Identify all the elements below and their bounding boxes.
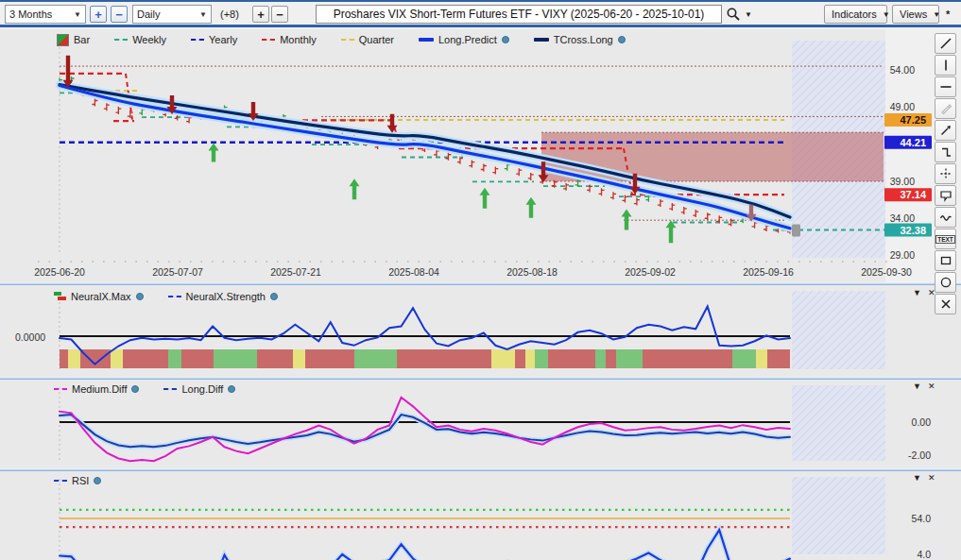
neuralx-band-segment — [257, 349, 293, 368]
bars-plus-button[interactable]: + — [252, 6, 269, 23]
views-menu-button[interactable]: Views ▼ — [892, 5, 939, 24]
interval-value: Daily — [137, 8, 160, 20]
info-dot-icon[interactable] — [270, 293, 278, 300]
diff-panel-controls: ▼ ✕ — [913, 382, 935, 391]
close-panel-button[interactable]: ✕ — [928, 473, 935, 483]
svg-text:54.0: 54.0 — [912, 513, 932, 524]
svg-text:-2.00: -2.00 — [908, 450, 931, 461]
legend-item-neuralx-max[interactable]: NeuralX.Max — [54, 291, 144, 302]
legend-item-quarter[interactable]: Quarter — [341, 34, 394, 45]
legend-label: Monthly — [280, 34, 317, 45]
legend-item-monthly[interactable]: Monthly — [262, 34, 317, 45]
svg-text:2025-07-07: 2025-07-07 — [152, 266, 203, 278]
info-dot-icon[interactable] — [131, 385, 139, 393]
modified-indicator: * — [946, 5, 950, 24]
crosshair-tool-button[interactable] — [935, 163, 956, 184]
bars-minus-button[interactable]: − — [271, 6, 288, 23]
svg-text:37.14: 37.14 — [900, 189, 926, 200]
ellipse-tool-button[interactable] — [935, 272, 956, 293]
info-dot-icon[interactable] — [94, 477, 101, 484]
pen-tool-icon — [938, 123, 953, 138]
wave-tool-button[interactable] — [935, 207, 956, 228]
svg-text:0.00: 0.00 — [912, 416, 932, 428]
dashed-series-icon — [163, 388, 177, 390]
chevron-down-icon: ▼ — [199, 10, 207, 19]
neuralx-band-segment — [606, 349, 616, 368]
collapse-panel-button[interactable]: ▼ — [913, 382, 921, 391]
callout-tool-button[interactable] — [935, 185, 956, 206]
drawing-tool-column: TEXT — [935, 33, 960, 314]
info-dot-icon[interactable] — [228, 385, 235, 393]
text-tool-icon: TEXT — [935, 235, 955, 244]
neuralx-legend: NeuralX.MaxNeuralX.Strength — [54, 290, 278, 303]
legend-item-weekly[interactable]: Weekly — [114, 34, 166, 45]
indicators-menu-button[interactable]: Indicators ▼ — [824, 5, 887, 24]
legend-item-medium-diff[interactable]: Medium.Diff — [54, 383, 139, 395]
neuralx-band-segment — [767, 349, 790, 368]
wave-tool-icon — [938, 210, 953, 225]
svg-text:4.0: 4.0 — [917, 549, 931, 560]
pen-tool-button[interactable] — [935, 120, 956, 141]
main-price-chart[interactable]: 54.0049.0039.0034.0029.0047.2544.2137.14… — [0, 29, 961, 282]
ellipse-tool-icon — [938, 275, 953, 290]
main-chart-legend: BarWeeklyYearlyMonthlyQuarterLong.Predic… — [57, 33, 626, 46]
rsi-panel-chart[interactable]: 54.04.0 — [0, 471, 961, 560]
vertical-line-tool-button[interactable] — [935, 55, 956, 76]
neuralx-band-segment — [491, 349, 515, 368]
legend-label: Medium.Diff — [72, 383, 127, 395]
chevron-down-icon: ▼ — [883, 10, 890, 19]
svg-text:2025-08-18: 2025-08-18 — [506, 266, 558, 278]
legend-item-tcross-long[interactable]: TCross.Long — [534, 34, 626, 45]
legend-item-long-predict[interactable]: Long.Predict — [419, 34, 509, 45]
rsi-panel-controls: ▼ ✕ — [913, 473, 935, 483]
neuralx-panel-controls: ▼ ✕ — [913, 288, 935, 297]
dashed-series-icon — [191, 39, 204, 41]
rsi-legend: RSI — [54, 474, 101, 487]
svg-text:2025-09-16: 2025-09-16 — [743, 266, 794, 278]
dashed-series-icon — [54, 480, 67, 482]
neuralx-band-segment — [354, 349, 397, 368]
interval-select[interactable]: Daily ▼ — [132, 5, 212, 24]
rectangle-tool-icon — [938, 253, 953, 268]
legend-item-yearly[interactable]: Yearly — [191, 34, 237, 45]
rectangle-tool-button[interactable] — [935, 250, 956, 271]
pencil-tool-disabled-button[interactable] — [935, 98, 956, 119]
legend-item-rsi[interactable]: RSI — [54, 475, 101, 486]
crosshair-tool-icon — [938, 166, 953, 181]
bar-series-icon — [57, 34, 69, 46]
legend-item-long-diff[interactable]: Long.Diff — [163, 383, 235, 395]
legend-item-bar[interactable]: Bar — [57, 34, 90, 46]
info-dot-icon[interactable] — [502, 36, 509, 43]
info-dot-icon[interactable] — [618, 36, 626, 43]
svg-text:2025-09-02: 2025-09-02 — [625, 266, 676, 278]
neuralx-band-segment — [111, 349, 123, 368]
svg-text:2025-08-04: 2025-08-04 — [388, 266, 439, 278]
search-button[interactable]: ▼ — [726, 5, 754, 24]
neuralx-band-segment — [535, 349, 548, 368]
range-zoom-in-button[interactable]: + — [90, 6, 107, 23]
neuralx-zero-label: 0.0000 — [15, 331, 45, 343]
legend-label: Quarter — [359, 34, 394, 45]
vertical-line-tool-icon — [938, 58, 953, 73]
neuralx-band-segment — [293, 349, 305, 368]
svg-text:49.00: 49.00 — [890, 101, 915, 112]
horizontal-line-tool-icon — [938, 79, 953, 94]
range-zoom-out-button[interactable]: − — [111, 6, 128, 23]
neuralx-band-segment — [168, 349, 181, 368]
collapse-panel-button[interactable]: ▼ — [913, 473, 921, 483]
svg-text:2025-09-30: 2025-09-30 — [861, 266, 912, 278]
range-select[interactable]: 3 Months ▼ — [5, 5, 86, 24]
info-dot-icon[interactable] — [136, 293, 144, 300]
text-tool-button[interactable]: TEXT — [935, 229, 956, 249]
collapse-panel-button[interactable]: ▼ — [913, 288, 921, 297]
diff-legend: Medium.DiffLong.Diff — [54, 382, 235, 396]
delete-tool-button[interactable] — [935, 294, 956, 314]
neuralx-band-segment — [525, 349, 535, 368]
elbow-line-tool-button[interactable] — [935, 142, 956, 162]
close-panel-button[interactable]: ✕ — [928, 382, 935, 391]
horizontal-line-tool-button[interactable] — [935, 76, 956, 97]
symbol-title-input[interactable]: Proshares VIX Short-Term Futures ETF - V… — [316, 5, 722, 24]
trend-line-tool-button[interactable] — [935, 33, 956, 54]
legend-item-neuralx-strength[interactable]: NeuralX.Strength — [168, 291, 278, 302]
dashed-series-icon — [341, 39, 354, 41]
